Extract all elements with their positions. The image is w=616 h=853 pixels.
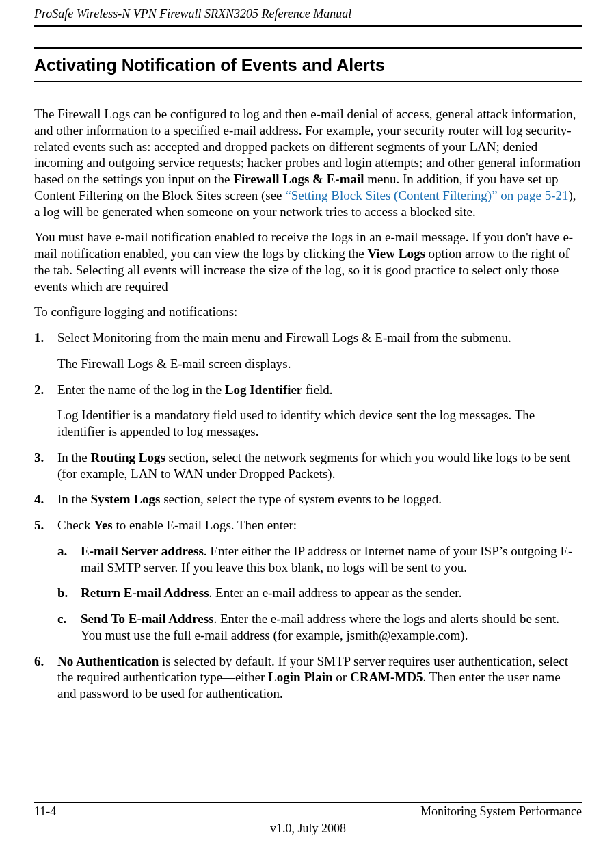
bold-text: View Logs	[368, 246, 425, 261]
text: Check	[57, 518, 94, 532]
bold-text: Log Identifier	[225, 382, 302, 397]
step-result: The Firewall Logs & E-mail screen displa…	[57, 356, 582, 372]
step-result: Log Identifier is a mandatory field used…	[57, 407, 582, 440]
text: to enable E-mail Logs. Then enter:	[113, 518, 297, 532]
step-3: 3. In the Routing Logs section, select t…	[34, 449, 582, 482]
text: Enter the name of the log in the	[57, 382, 225, 397]
step-number: 2.	[34, 382, 44, 398]
intro-paragraph-3: To configure logging and notifications:	[34, 304, 582, 320]
bold-text: Login Plain	[268, 670, 333, 684]
running-header: ProSafe Wireless-N VPN Firewall SRXN3205…	[34, 7, 582, 27]
bold-text: No Authentication	[57, 654, 159, 668]
step-6: 6. No Authentication is selected by defa…	[34, 653, 582, 702]
bold-text: E-mail Server address	[81, 544, 204, 558]
step-number: 4.	[34, 491, 44, 508]
bold-text: System Logs	[91, 492, 161, 506]
substep-letter: a.	[57, 543, 67, 560]
substep-b: b. Return E-mail Address. Enter an e-mai…	[57, 585, 582, 601]
text: field.	[302, 382, 332, 397]
step-number: 1.	[34, 330, 44, 346]
step-5: 5. Check Yes to enable E-mail Logs. Then…	[34, 517, 582, 644]
bold-text: Return E-mail Address	[81, 586, 209, 600]
section-title: Activating Notification of Events and Al…	[34, 47, 582, 82]
intro-paragraph-1: The Firewall Logs can be configured to l…	[34, 106, 582, 220]
step-2: 2. Enter the name of the log in the Log …	[34, 382, 582, 440]
text: . Enter an e-mail address to appear as t…	[209, 586, 462, 600]
footer-version: v1.0, July 2008	[34, 822, 582, 836]
step-text: Select Monitoring from the main menu and…	[57, 330, 511, 345]
bold-text: Routing Logs	[91, 450, 165, 464]
substep-a: a. E-mail Server address. Enter either t…	[57, 543, 582, 576]
steps-list: 1. Select Monitoring from the main menu …	[34, 330, 582, 702]
text: In the	[57, 492, 91, 506]
text: or	[333, 670, 350, 684]
step-number: 5.	[34, 517, 44, 534]
bold-text: CRAM-MD5	[350, 670, 423, 684]
substep-letter: c.	[57, 611, 66, 627]
page-footer: 11-4 Monitoring System Performance v1.0,…	[34, 802, 582, 836]
substeps-list: a. E-mail Server address. Enter either t…	[57, 543, 582, 644]
bold-text: Send To E-mail Address	[81, 612, 213, 626]
step-number: 6.	[34, 653, 44, 670]
text: section, select the type of system event…	[160, 492, 442, 506]
footer-chapter-title: Monitoring System Performance	[420, 804, 582, 819]
step-1: 1. Select Monitoring from the main menu …	[34, 330, 582, 372]
text: In the	[57, 450, 91, 464]
step-number: 3.	[34, 449, 44, 466]
bold-text: Firewall Logs & E-mail	[233, 172, 364, 186]
bold-text: Yes	[94, 518, 112, 532]
cross-reference-link[interactable]: “Setting Block Sites (Content Filtering)…	[285, 188, 568, 202]
substep-letter: b.	[57, 585, 68, 601]
intro-paragraph-2: You must have e-mail notification enable…	[34, 229, 582, 294]
step-4: 4. In the System Logs section, select th…	[34, 491, 582, 508]
substep-c: c. Send To E-mail Address. Enter the e-m…	[57, 611, 582, 644]
page-number: 11-4	[34, 804, 56, 819]
